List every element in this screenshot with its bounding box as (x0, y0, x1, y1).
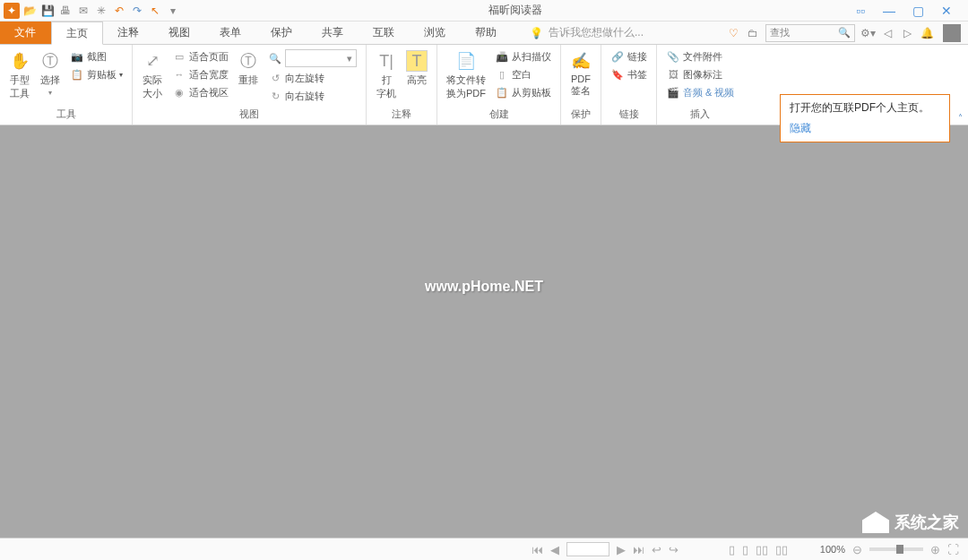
gear-icon[interactable]: ⚙▾ (860, 26, 875, 40)
tell-me-label: 告诉我您想做什么... (549, 25, 644, 40)
hand-tool-button[interactable]: ✋ 手型 工具 (7, 48, 32, 102)
first-page-icon[interactable]: ⏮ (532, 543, 543, 556)
actualsize-icon: ⤢ (142, 50, 163, 72)
actual-size-button[interactable]: ⤢ 实际 大小 (140, 48, 165, 102)
zoom-out-icon[interactable]: ⊖ (852, 543, 862, 556)
scanner-button[interactable]: 📠从扫描仪 (493, 48, 553, 65)
screenshot-button[interactable]: 📷截图 (68, 48, 125, 65)
prev-icon[interactable]: ◁ (880, 26, 895, 40)
tab-help[interactable]: 帮助 (461, 22, 512, 44)
tab-protect[interactable]: 保护 (256, 22, 307, 44)
select-tool-button[interactable]: Ⓣ 选择 ▾ (38, 48, 63, 99)
attach-button[interactable]: 📎文件附件 (664, 48, 736, 65)
nav-back-icon[interactable]: ↩ (652, 543, 661, 556)
redo-icon[interactable]: ↷ (129, 3, 145, 19)
camera-icon: 📷 (70, 49, 84, 64)
page-input[interactable] (566, 542, 609, 556)
next-icon[interactable]: ▷ (900, 26, 914, 40)
last-page-icon[interactable]: ⏭ (633, 543, 644, 556)
clipboard-icon: 📋 (70, 67, 84, 82)
minimize-icon[interactable]: — (878, 3, 900, 19)
bell-icon[interactable]: 🔔 (920, 26, 934, 40)
save-icon[interactable]: 💾 (39, 3, 56, 19)
prev-page-icon[interactable]: ◀ (550, 543, 559, 556)
qat-dropdown-icon[interactable]: ▾ (165, 3, 181, 19)
typewriter-button[interactable]: T| 打 字机 (374, 48, 399, 102)
tooltip-hide-link[interactable]: 隐藏 (790, 121, 940, 136)
highlight-icon: T (406, 50, 428, 72)
cursor-icon[interactable]: ↖ (147, 3, 163, 19)
convert-button[interactable]: 📄 将文件转 换为PDF (445, 48, 488, 102)
nav-fwd-icon[interactable]: ↪ (669, 543, 678, 556)
media-icon: 🎬 (666, 85, 680, 99)
watermark: www.pHome.NET (425, 279, 543, 295)
layout3-icon[interactable]: ▯▯ (756, 543, 768, 556)
zoom-label: 100% (820, 544, 845, 555)
blank-button[interactable]: ▯空白 (493, 66, 553, 82)
ribbon-options-icon[interactable]: ▫▫ (850, 3, 871, 19)
fit-visible-button[interactable]: ◉适合视区 (170, 84, 230, 100)
fit-width-button[interactable]: ↔适合宽度 (170, 66, 230, 82)
link-icon: 🔗 (610, 49, 625, 64)
ribbon-tabs: 文件 主页 注释 视图 表单 保护 共享 互联 浏览 帮助 💡 告诉我您想做什么… (0, 22, 968, 45)
title-bar: ✦ 📂 💾 🖶 ✉ ✳ ↶ ↷ ↖ ▾ 福昕阅读器 ▫▫ — ▢ ✕ (0, 0, 968, 22)
document-canvas[interactable]: www.pHome.NET 系统之家 (0, 125, 968, 538)
rotate-right-button[interactable]: ↻向右旋转 (266, 88, 359, 104)
tab-comment[interactable]: 注释 (103, 22, 154, 44)
pdf-sign-button[interactable]: ✍ PDF 签名 (568, 48, 593, 99)
app-icon[interactable]: ✦ (4, 3, 20, 19)
fitvisible-icon: ◉ (172, 85, 186, 99)
tools-group-label: 工具 (7, 106, 125, 121)
highlight-button[interactable]: T 高亮 (404, 48, 429, 89)
close-icon[interactable]: ✕ (936, 3, 957, 19)
image-icon: 🖼 (666, 67, 680, 82)
maximize-icon[interactable]: ▢ (907, 3, 929, 19)
tab-home[interactable]: 主页 (51, 22, 103, 45)
layout2-icon[interactable]: ▯ (742, 543, 748, 556)
from-clipboard-button[interactable]: 📋从剪贴板 (493, 84, 553, 100)
zoom-icon: 🔍 (268, 51, 282, 65)
zoom-dropdown[interactable]: ▾ (285, 49, 357, 67)
image-note-button[interactable]: 🖼图像标注 (664, 66, 736, 82)
tab-share[interactable]: 共享 (307, 22, 359, 44)
scanner-icon: 📠 (495, 49, 509, 64)
bookmark-button[interactable]: 🔖书签 (609, 66, 649, 82)
zoom-button[interactable]: 🔍▾ (266, 48, 359, 68)
tab-file[interactable]: 文件 (0, 22, 51, 44)
favorite-icon[interactable]: ♡ (726, 26, 740, 40)
link-button[interactable]: 🔗链接 (609, 48, 649, 65)
zoom-slider[interactable] (869, 547, 923, 551)
insert-group-label: 插入 (664, 106, 736, 121)
collapse-ribbon-icon[interactable]: ˄ (958, 113, 963, 123)
reflow-button[interactable]: Ⓣ 重排 (236, 48, 261, 89)
folder2-icon[interactable]: 🗀 (746, 26, 760, 40)
media-button[interactable]: 🎬音频 & 视频 (664, 84, 736, 100)
search-placeholder: 查找 (770, 26, 790, 39)
tab-form[interactable]: 表单 (205, 22, 256, 44)
rotateleft-icon: ↺ (268, 71, 282, 85)
mail-icon[interactable]: ✉ (75, 3, 91, 19)
clipboard-button[interactable]: 📋剪贴板▾ (68, 66, 125, 82)
clipboard2-icon: 📋 (495, 85, 509, 99)
tab-view[interactable]: 视图 (154, 22, 205, 44)
blank-icon: ▯ (495, 67, 509, 82)
attach-icon: 📎 (666, 49, 680, 64)
avatar[interactable] (943, 24, 961, 42)
zoom-in-icon[interactable]: ⊕ (930, 543, 940, 556)
fit-page-button[interactable]: ▭适合页面 (170, 48, 230, 65)
layout1-icon[interactable]: ▯ (729, 543, 735, 556)
house-icon (862, 512, 889, 533)
new-icon[interactable]: ✳ (93, 3, 109, 19)
hand-icon: ✋ (9, 50, 30, 72)
undo-icon[interactable]: ↶ (111, 3, 127, 19)
layout4-icon[interactable]: ▯▯ (775, 543, 788, 556)
tab-browse[interactable]: 浏览 (410, 22, 461, 44)
open-icon[interactable]: 📂 (22, 3, 38, 19)
search-input[interactable]: 查找 🔍 (765, 24, 855, 42)
fullscreen-icon[interactable]: ⛶ (947, 543, 959, 556)
print-icon[interactable]: 🖶 (57, 3, 73, 19)
tab-connect[interactable]: 互联 (359, 22, 410, 44)
next-page-icon[interactable]: ▶ (617, 543, 626, 556)
rotate-left-button[interactable]: ↺向左旋转 (266, 70, 359, 86)
tell-me-search[interactable]: 💡 告诉我您想做什么... (530, 22, 644, 44)
